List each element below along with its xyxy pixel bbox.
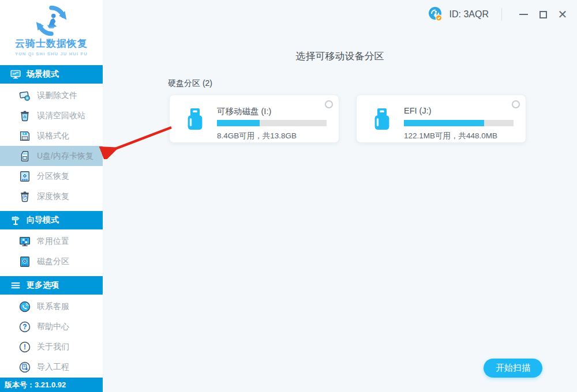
page-title: 选择可移动设备分区: [103, 50, 577, 63]
sidebar-item-common-locations[interactable]: 常用位置: [0, 231, 103, 251]
section-header-wizard-mode: 向导模式: [0, 211, 103, 229]
section-header-scene-mode: 场景模式: [0, 65, 103, 84]
sidebar-item-label: 关于我们: [37, 342, 69, 352]
account-logo-badge-icon[interactable]: [427, 6, 444, 23]
sidebar-item-label: 磁盘分区: [37, 257, 69, 267]
start-scan-button[interactable]: 开始扫描: [484, 359, 542, 378]
sidebar-item-import-project[interactable]: 导入工程: [0, 357, 103, 377]
main-content: ID: 3AQR ✕ 选择可移动设备分区 硬盘分区 (2) 可移动磁盘 (I:)…: [103, 0, 577, 392]
partition-disk-icon: [18, 170, 31, 183]
svg-text:?: ?: [23, 323, 27, 331]
usb-drive-icon: [181, 105, 209, 133]
hamburger-icon: [10, 280, 21, 291]
usb-drive-icon: [368, 105, 396, 133]
sidebar-item-label: 帮助中心: [37, 322, 69, 332]
partition-usage-bar: [217, 120, 327, 126]
sidebar-item-label: 误清空回收站: [37, 111, 85, 121]
maximize-icon[interactable]: [535, 7, 550, 22]
monitor-windows-icon: [18, 235, 31, 248]
sidebar-item-label: 深度恢复: [37, 191, 69, 202]
sidebar-item-about-us[interactable]: ! 关于我们: [0, 337, 103, 357]
partition-name: EFI (J:): [404, 106, 514, 116]
brand-subtitle: YUN QI SHI SHU JU HUI FU: [0, 51, 103, 56]
partition-radio[interactable]: [512, 100, 520, 108]
partition-group-label: 硬盘分区 (2): [168, 78, 212, 89]
sidebar-item-label: 联系客服: [37, 301, 69, 312]
partition-usage-fill: [404, 120, 484, 126]
svg-text:!: !: [24, 343, 26, 351]
floppy-disk-icon: [18, 130, 31, 142]
partition-cards: 可移动磁盘 (I:) 8.4GB可用，共13.8GB EFI (J:) 122.…: [169, 95, 526, 143]
sidebar-item-deep-recovery[interactable]: 深度恢复: [0, 186, 103, 206]
version-label: 版本号：3.21.0.92: [5, 380, 66, 390]
partition-capacity-label: 8.4GB可用，共13.8GB: [217, 131, 327, 141]
section-label: 更多选项: [27, 280, 59, 291]
question-icon: ?: [18, 321, 31, 333]
phone-icon: [18, 300, 31, 313]
signpost-icon: [10, 214, 21, 226]
deleted-file-icon: [18, 89, 31, 102]
sidebar-item-disk-partitions[interactable]: 磁盘分区: [0, 251, 103, 272]
close-icon[interactable]: ✕: [555, 7, 570, 22]
sd-card-icon: 000: [18, 150, 31, 163]
sidebar-item-label: 误删除文件: [37, 91, 77, 101]
sidebar-item-help-center[interactable]: ? 帮助中心: [0, 316, 103, 337]
partition-radio[interactable]: [325, 100, 333, 108]
sidebar-item-label: 分区恢复: [37, 171, 69, 182]
brand-title: 云骑士数据恢复: [0, 37, 103, 50]
version-bar: 版本号：3.21.0.92: [0, 378, 103, 392]
partition-card-efi-j[interactable]: EFI (J:) 122.1MB可用，共448.0MB: [356, 95, 526, 143]
partition-usage-fill: [217, 120, 260, 126]
sidebar-item-deleted-files[interactable]: 误删除文件: [0, 85, 103, 105]
sidebar-item-usb-recovery[interactable]: 000 U盘/内存卡恢复: [0, 146, 103, 166]
import-doc-icon: [18, 361, 31, 374]
section-label: 场景模式: [27, 69, 59, 80]
sidebar-item-label: 导入工程: [37, 362, 69, 372]
sidebar-item-recycle-bin[interactable]: 误清空回收站: [0, 105, 103, 126]
sidebar-item-partition-recovery[interactable]: 分区恢复: [0, 166, 103, 186]
monitor-wave-icon: [10, 69, 21, 80]
titlebar: ID: 3AQR ✕: [427, 6, 570, 23]
partition-card-removable-disk-i[interactable]: 可移动磁盘 (I:) 8.4GB可用，共13.8GB: [169, 95, 339, 143]
sidebar-item-label: 误格式化: [37, 131, 69, 141]
titlebar-separator: [501, 8, 502, 21]
section-header-more-options: 更多选项: [0, 276, 103, 295]
recycle-bin-icon: [18, 110, 31, 122]
svg-text:000: 000: [23, 152, 27, 155]
sidebar-item-label: U盘/内存卡恢复: [37, 151, 93, 161]
circular-arrows-knight-icon: [0, 3, 103, 38]
partition-capacity-label: 122.1MB可用，共448.0MB: [404, 131, 514, 141]
minimize-icon[interactable]: [516, 7, 531, 22]
sidebar-item-label: 常用位置: [37, 236, 69, 247]
section-label: 向导模式: [27, 215, 59, 225]
user-id-label: ID: 3AQR: [449, 9, 489, 20]
partition-usage-bar: [404, 120, 514, 126]
sidebar: 云骑士数据恢复 YUN QI SHI SHU JU HUI FU 场景模式 误删…: [0, 0, 103, 392]
hard-drive-icon: [18, 255, 31, 268]
brand-logo-area: 云骑士数据恢复 YUN QI SHI SHU JU HUI FU: [0, 0, 103, 65]
sidebar-item-formatted[interactable]: 误格式化: [0, 126, 103, 146]
deep-recovery-trash-icon: [18, 190, 31, 203]
partition-name: 可移动磁盘 (I:): [217, 106, 327, 116]
sidebar-item-contact-support[interactable]: 联系客服: [0, 296, 103, 316]
exclamation-icon: !: [18, 341, 31, 353]
